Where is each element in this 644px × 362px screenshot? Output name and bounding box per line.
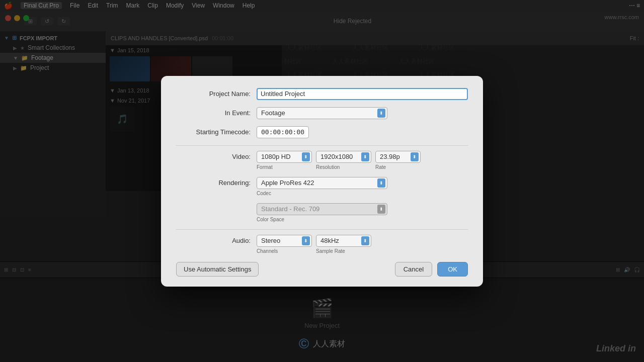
modal-overlay: Project Name: In Event: Footage Project … [0, 0, 644, 362]
in-event-select[interactable]: Footage Project [257, 107, 387, 119]
divider-1 [176, 145, 468, 146]
codec-label: Codec [257, 191, 271, 196]
audio-row: Audio: Stereo Mono Surround ⬍ Channels [176, 235, 468, 254]
resolution-select[interactable]: 1920x1080 644x362 [316, 151, 371, 163]
channels-label: Channels [257, 248, 278, 254]
cancel-button[interactable]: Cancel [395, 262, 432, 277]
video-label: Video: [176, 151, 257, 160]
audio-controls: Stereo Mono Surround ⬍ Channels 48kHz 44… [257, 235, 468, 254]
divider-2 [176, 229, 468, 230]
channels-select[interactable]: Stereo Mono Surround [257, 235, 312, 247]
colorspace-select-wrapper: Standard - Rec. 709 Wide Gamut HDR ⬍ [257, 203, 387, 215]
sample-rate-select-wrapper: 48kHz 44.1kHz 96kHz ⬍ [316, 235, 371, 247]
format-group: 1080p HD 720p HD 4K ⬍ Format [257, 151, 312, 170]
video-row: Video: 1080p HD 720p HD 4K ⬍ Format [176, 151, 468, 170]
format-select-wrapper: 1080p HD 720p HD 4K ⬍ [257, 151, 312, 163]
ok-button[interactable]: OK [437, 262, 468, 277]
channels-group: Stereo Mono Surround ⬍ Channels [257, 235, 312, 254]
rate-select[interactable]: 23.98p 24p 29.97p [375, 151, 421, 163]
sample-rate-select[interactable]: 48kHz 44.1kHz 96kHz [316, 235, 371, 247]
rate-group: 23.98p 24p 29.97p ⬍ Rate [375, 151, 421, 170]
format-select[interactable]: 1080p HD 720p HD 4K [257, 151, 312, 163]
colorspace-group: Standard - Rec. 709 Wide Gamut HDR ⬍ Col… [257, 203, 387, 222]
project-name-input[interactable] [257, 88, 468, 100]
in-event-label: In Event: [176, 109, 257, 117]
in-event-row: In Event: Footage Project ⬍ [176, 107, 468, 119]
channels-select-wrapper: Stereo Mono Surround ⬍ [257, 235, 312, 247]
project-name-label: Project Name: [176, 90, 257, 98]
timecode-display[interactable]: 00:00:00:00 [257, 126, 309, 138]
video-controls: 1080p HD 720p HD 4K ⬍ Format 1920x1080 1… [257, 151, 468, 170]
use-automatic-settings-button[interactable]: Use Automatic Settings [176, 262, 259, 277]
resolution-select-wrapper: 1920x1080 644x362 ⬍ [316, 151, 371, 163]
colorspace-label: Color Space [257, 217, 387, 222]
new-project-modal: Project Name: In Event: Footage Project … [161, 76, 483, 287]
colorspace-row: Standard - Rec. 709 Wide Gamut HDR ⬍ Col… [257, 203, 468, 222]
rendering-row: Rendering: Apple ProRes 422 Apple ProRes… [176, 177, 468, 196]
codec-select-wrapper: Apple ProRes 422 Apple ProRes 4444 H.264… [257, 177, 387, 189]
modal-buttons-row: Use Automatic Settings Cancel OK [176, 262, 468, 277]
in-event-select-wrapper: Footage Project ⬍ [257, 107, 387, 119]
sample-rate-label: Sample Rate [316, 248, 345, 254]
format-label: Format [257, 164, 273, 170]
resolution-label: Resolution [316, 164, 340, 170]
confirm-buttons: Cancel OK [395, 262, 468, 277]
project-name-row: Project Name: [176, 88, 468, 100]
sample-rate-group: 48kHz 44.1kHz 96kHz ⬍ Sample Rate [316, 235, 371, 254]
rendering-label: Rendering: [176, 177, 257, 187]
rate-select-wrapper: 23.98p 24p 29.97p ⬍ [375, 151, 421, 163]
codec-group: Apple ProRes 422 Apple ProRes 4444 H.264… [257, 177, 387, 196]
resolution-group: 1920x1080 644x362 ⬍ Resolution [316, 151, 371, 170]
rate-label: Rate [375, 164, 386, 170]
audio-label: Audio: [176, 235, 257, 244]
codec-select[interactable]: Apple ProRes 422 Apple ProRes 4444 H.264 [257, 177, 387, 189]
starting-timecode-label: Starting Timecode: [176, 128, 257, 136]
starting-timecode-row: Starting Timecode: 00:00:00:00 [176, 126, 468, 138]
colorspace-select[interactable]: Standard - Rec. 709 Wide Gamut HDR [257, 203, 387, 215]
